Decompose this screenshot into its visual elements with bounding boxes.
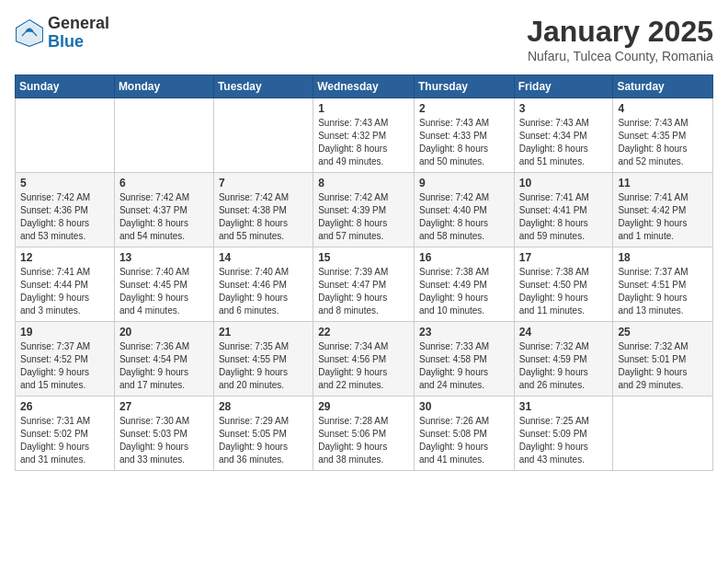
day-number: 5 — [20, 177, 109, 190]
calendar-day-header: Saturday — [613, 75, 713, 98]
calendar-cell: 5Sunrise: 7:42 AM Sunset: 4:36 PM Daylig… — [16, 173, 115, 247]
calendar-cell: 13Sunrise: 7:40 AM Sunset: 4:45 PM Dayli… — [114, 247, 213, 322]
calendar-cell: 23Sunrise: 7:33 AM Sunset: 4:58 PM Dayli… — [414, 322, 514, 396]
day-info: Sunrise: 7:38 AM Sunset: 4:49 PM Dayligh… — [419, 266, 509, 317]
day-number: 13 — [119, 251, 209, 264]
day-number: 29 — [318, 400, 409, 413]
logo: General Blue — [15, 15, 109, 52]
calendar-cell: 11Sunrise: 7:41 AM Sunset: 4:42 PM Dayli… — [613, 173, 713, 247]
day-info: Sunrise: 7:43 AM Sunset: 4:35 PM Dayligh… — [618, 117, 708, 168]
day-number: 1 — [318, 102, 409, 115]
day-number: 28 — [219, 400, 308, 413]
calendar-cell: 19Sunrise: 7:37 AM Sunset: 4:52 PM Dayli… — [16, 322, 115, 396]
day-number: 30 — [419, 400, 509, 413]
day-info: Sunrise: 7:42 AM Sunset: 4:39 PM Dayligh… — [318, 191, 409, 243]
calendar-day-header: Friday — [514, 75, 613, 98]
day-number: 10 — [519, 177, 609, 190]
day-number: 12 — [20, 251, 109, 264]
day-number: 18 — [618, 251, 708, 264]
calendar-cell: 12Sunrise: 7:41 AM Sunset: 4:44 PM Dayli… — [16, 247, 115, 322]
calendar-cell: 26Sunrise: 7:31 AM Sunset: 5:02 PM Dayli… — [16, 396, 115, 471]
day-number: 8 — [318, 177, 409, 190]
calendar-cell: 7Sunrise: 7:42 AM Sunset: 4:38 PM Daylig… — [213, 173, 313, 247]
day-info: Sunrise: 7:25 AM Sunset: 5:09 PM Dayligh… — [519, 415, 609, 466]
calendar-week-row: 26Sunrise: 7:31 AM Sunset: 5:02 PM Dayli… — [16, 396, 713, 471]
day-number: 6 — [119, 177, 209, 190]
day-info: Sunrise: 7:31 AM Sunset: 5:02 PM Dayligh… — [20, 415, 109, 466]
calendar-cell: 14Sunrise: 7:40 AM Sunset: 4:46 PM Dayli… — [213, 247, 313, 322]
calendar-cell: 8Sunrise: 7:42 AM Sunset: 4:39 PM Daylig… — [313, 173, 415, 247]
calendar-cell — [114, 98, 213, 173]
day-info: Sunrise: 7:29 AM Sunset: 5:05 PM Dayligh… — [219, 415, 308, 466]
day-info: Sunrise: 7:43 AM Sunset: 4:33 PM Dayligh… — [419, 117, 509, 168]
day-number: 26 — [20, 400, 109, 413]
calendar-cell: 21Sunrise: 7:35 AM Sunset: 4:55 PM Dayli… — [213, 322, 313, 396]
calendar-cell: 17Sunrise: 7:38 AM Sunset: 4:50 PM Dayli… — [514, 247, 613, 322]
day-info: Sunrise: 7:43 AM Sunset: 4:34 PM Dayligh… — [519, 117, 609, 168]
calendar-cell: 16Sunrise: 7:38 AM Sunset: 4:49 PM Dayli… — [414, 247, 514, 322]
calendar-week-row: 12Sunrise: 7:41 AM Sunset: 4:44 PM Dayli… — [16, 247, 713, 322]
day-info: Sunrise: 7:37 AM Sunset: 4:52 PM Dayligh… — [20, 340, 109, 392]
day-info: Sunrise: 7:37 AM Sunset: 4:51 PM Dayligh… — [618, 266, 708, 317]
day-number: 24 — [519, 326, 609, 339]
day-number: 4 — [618, 102, 708, 115]
calendar-cell: 4Sunrise: 7:43 AM Sunset: 4:35 PM Daylig… — [613, 98, 713, 173]
title-block: January 2025 Nufaru, Tulcea County, Roma… — [527, 15, 713, 63]
day-number: 2 — [419, 102, 509, 115]
logo-text: General Blue — [48, 15, 109, 52]
page-header: General Blue January 2025 Nufaru, Tulcea… — [15, 15, 713, 63]
day-info: Sunrise: 7:42 AM Sunset: 4:38 PM Dayligh… — [219, 191, 308, 243]
calendar-day-header: Sunday — [16, 75, 115, 98]
calendar-week-row: 5Sunrise: 7:42 AM Sunset: 4:36 PM Daylig… — [16, 173, 713, 247]
day-info: Sunrise: 7:42 AM Sunset: 4:37 PM Dayligh… — [119, 191, 209, 243]
day-info: Sunrise: 7:40 AM Sunset: 4:46 PM Dayligh… — [219, 266, 308, 317]
calendar-cell: 25Sunrise: 7:32 AM Sunset: 5:01 PM Dayli… — [613, 322, 713, 396]
day-info: Sunrise: 7:38 AM Sunset: 4:50 PM Dayligh… — [519, 266, 609, 317]
calendar-week-row: 1Sunrise: 7:43 AM Sunset: 4:32 PM Daylig… — [16, 98, 713, 173]
calendar-cell — [613, 396, 713, 471]
calendar-cell: 22Sunrise: 7:34 AM Sunset: 4:56 PM Dayli… — [313, 322, 415, 396]
calendar-day-header: Thursday — [414, 75, 514, 98]
day-info: Sunrise: 7:28 AM Sunset: 5:06 PM Dayligh… — [318, 415, 409, 466]
calendar-cell: 1Sunrise: 7:43 AM Sunset: 4:32 PM Daylig… — [313, 98, 415, 173]
day-number: 25 — [618, 326, 708, 339]
day-number: 19 — [20, 326, 109, 339]
calendar-week-row: 19Sunrise: 7:37 AM Sunset: 4:52 PM Dayli… — [16, 322, 713, 396]
calendar-cell: 6Sunrise: 7:42 AM Sunset: 4:37 PM Daylig… — [114, 173, 213, 247]
day-number: 23 — [419, 326, 509, 339]
day-info: Sunrise: 7:42 AM Sunset: 4:36 PM Dayligh… — [20, 191, 109, 243]
location-title: Nufaru, Tulcea County, Romania — [527, 49, 713, 63]
calendar-cell: 18Sunrise: 7:37 AM Sunset: 4:51 PM Dayli… — [613, 247, 713, 322]
calendar-table: SundayMondayTuesdayWednesdayThursdayFrid… — [15, 75, 713, 471]
day-number: 11 — [618, 177, 708, 190]
day-number: 15 — [318, 251, 409, 264]
day-info: Sunrise: 7:30 AM Sunset: 5:03 PM Dayligh… — [119, 415, 209, 466]
day-info: Sunrise: 7:32 AM Sunset: 4:59 PM Dayligh… — [519, 340, 609, 392]
calendar-cell: 29Sunrise: 7:28 AM Sunset: 5:06 PM Dayli… — [313, 396, 415, 471]
day-info: Sunrise: 7:41 AM Sunset: 4:41 PM Dayligh… — [519, 191, 609, 243]
calendar-header-row: SundayMondayTuesdayWednesdayThursdayFrid… — [16, 75, 713, 98]
calendar-cell: 27Sunrise: 7:30 AM Sunset: 5:03 PM Dayli… — [114, 396, 213, 471]
calendar-cell: 20Sunrise: 7:36 AM Sunset: 4:54 PM Dayli… — [114, 322, 213, 396]
calendar-cell — [213, 98, 313, 173]
day-number: 16 — [419, 251, 509, 264]
calendar-cell: 9Sunrise: 7:42 AM Sunset: 4:40 PM Daylig… — [414, 173, 514, 247]
day-info: Sunrise: 7:40 AM Sunset: 4:45 PM Dayligh… — [119, 266, 209, 317]
calendar-day-header: Tuesday — [213, 75, 313, 98]
day-number: 21 — [219, 326, 308, 339]
logo-general-text: General — [48, 14, 109, 32]
calendar-day-header: Wednesday — [313, 75, 415, 98]
calendar-cell: 24Sunrise: 7:32 AM Sunset: 4:59 PM Dayli… — [514, 322, 613, 396]
day-info: Sunrise: 7:26 AM Sunset: 5:08 PM Dayligh… — [419, 415, 509, 466]
calendar-cell: 30Sunrise: 7:26 AM Sunset: 5:08 PM Dayli… — [414, 396, 514, 471]
day-info: Sunrise: 7:32 AM Sunset: 5:01 PM Dayligh… — [618, 340, 708, 392]
calendar-cell: 31Sunrise: 7:25 AM Sunset: 5:09 PM Dayli… — [514, 396, 613, 471]
day-info: Sunrise: 7:41 AM Sunset: 4:42 PM Dayligh… — [618, 191, 708, 243]
day-info: Sunrise: 7:34 AM Sunset: 4:56 PM Dayligh… — [318, 340, 409, 392]
day-number: 22 — [318, 326, 409, 339]
calendar-cell — [16, 98, 115, 173]
day-number: 17 — [519, 251, 609, 264]
day-info: Sunrise: 7:36 AM Sunset: 4:54 PM Dayligh… — [119, 340, 209, 392]
day-number: 27 — [119, 400, 209, 413]
day-number: 9 — [419, 177, 509, 190]
